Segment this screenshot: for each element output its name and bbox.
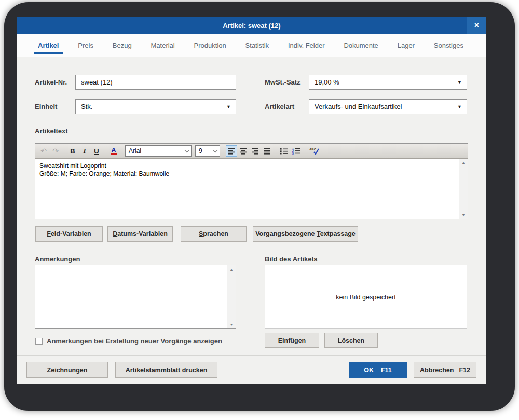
font-color-button[interactable]: A <box>108 145 119 157</box>
artikelart-value: Verkaufs- und Einkaufsartikel <box>315 103 402 110</box>
numbered-list-icon[interactable]: 123 <box>291 145 302 157</box>
scroll-down-icon[interactable]: ▼ <box>462 211 466 219</box>
button-label: s <box>146 367 149 374</box>
button-label: F <box>47 230 51 237</box>
align-center-icon[interactable] <box>238 145 249 157</box>
button-label: A <box>420 367 425 374</box>
mwst-satz-label: MwSt.-Satz <box>265 78 301 86</box>
tab-preis[interactable]: Preis <box>78 34 93 57</box>
button-label: T <box>317 230 320 237</box>
spellcheck-icon[interactable]: ABC <box>308 145 321 157</box>
sprachen-button[interactable]: Sprachen <box>181 226 247 242</box>
toolbar-separator <box>276 146 276 156</box>
anmerkungen-textarea[interactable]: ▲ ▼ <box>35 265 236 329</box>
font-size-select[interactable]: 9 <box>195 145 220 157</box>
scroll-down-icon[interactable]: ▼ <box>230 320 234 328</box>
close-button[interactable]: × <box>467 17 486 34</box>
scroll-up-icon[interactable]: ▲ <box>462 159 466 166</box>
abbrechen-button[interactable]: Abbrechen F12 <box>414 362 476 378</box>
artikel-dialog: Artikel: sweat (12) × Artikel Preis Bezu… <box>17 17 486 384</box>
tab-material[interactable]: Material <box>151 34 175 57</box>
tab-statistik[interactable]: Statistik <box>245 34 269 57</box>
align-left-icon[interactable] <box>226 145 237 157</box>
einheit-select[interactable]: Stk. ▼ <box>75 99 236 114</box>
screen: Artikel: sweat (12) × Artikel Preis Bezu… <box>0 0 519 420</box>
italic-icon[interactable]: I <box>79 145 90 157</box>
button-label: D <box>113 230 117 237</box>
tab-lager[interactable]: Lager <box>398 34 415 57</box>
kein-bild-text: kein Bild gespeichert <box>336 293 395 301</box>
bold-icon[interactable]: B <box>67 145 78 157</box>
mwst-satz-value: 19,00 % <box>315 78 339 86</box>
dialog-titlebar: Artikel: sweat (12) × <box>17 17 486 34</box>
font-color-icon: A <box>111 147 116 155</box>
ok-button[interactable]: OK F11 <box>349 362 407 378</box>
button-label: Einfügen <box>278 337 306 344</box>
anmerkungen-checkbox-row: Anmerkungen bei Erstellung neuer Vorgäng… <box>35 337 222 345</box>
editor-vertical-scrollbar[interactable]: ▲ ▼ <box>459 159 468 219</box>
mwst-satz-select[interactable]: 19,00 % ▼ <box>309 75 467 90</box>
artikeltext-content[interactable]: Sweatshirt mit Logoprint Größe: M; Farbe… <box>35 159 468 219</box>
tab-dokumente[interactable]: Dokumente <box>344 34 378 57</box>
svg-text:3: 3 <box>292 152 294 155</box>
chevron-down-icon <box>213 148 217 152</box>
undo-icon[interactable]: ↶ <box>38 145 49 157</box>
tab-bar: Artikel Preis Bezug Material Produktion … <box>17 34 486 57</box>
toolbar-separator <box>105 146 105 156</box>
tab-sonstiges[interactable]: Sonstiges <box>434 34 463 57</box>
anmerkungen-vertical-scrollbar[interactable]: ▲ ▼ <box>227 265 236 328</box>
footer-divider <box>17 355 486 356</box>
font-family-select[interactable]: Arial <box>125 145 192 157</box>
datums-variablen-button[interactable]: Datums-Variablen <box>107 226 173 242</box>
redo-icon[interactable]: ↷ <box>50 145 61 157</box>
tab-indiv-felder[interactable]: Indiv. Felder <box>288 34 325 57</box>
vorgangsbezogene-textpassage-button[interactable]: Vorgangsbezogene Textpassage <box>253 226 358 242</box>
artikelstammblatt-drucken-button[interactable]: Artikelstammblatt drucken <box>115 362 217 378</box>
artikelart-label: Artikelart <box>265 103 294 110</box>
artikel-nr-input[interactable] <box>76 75 236 89</box>
align-right-icon[interactable] <box>250 145 261 157</box>
close-icon: × <box>474 21 479 30</box>
tab-bezug[interactable]: Bezug <box>113 34 132 57</box>
einheit-label: Einheit <box>35 103 57 110</box>
artikeltext-editor: ↶ ↷ B I U A Arial 9 <box>35 143 468 219</box>
feld-variablen-button[interactable]: Feld-Variablen <box>35 226 103 242</box>
ok-shortcut: F11 <box>381 367 392 374</box>
artikelart-select[interactable]: Verkaufs- und Einkaufsartikel ▼ <box>309 99 467 114</box>
toolbar-separator <box>64 146 64 156</box>
toolbar-separator <box>223 146 223 156</box>
artikeltext-line: Größe: M; Farbe: Orange; Material: Baumw… <box>39 170 454 178</box>
einheit-value: Stk. <box>81 103 92 110</box>
artikel-bild-placeholder: kein Bild gespeichert <box>265 265 467 329</box>
font-size-value: 9 <box>199 147 202 155</box>
underline-icon[interactable]: U <box>91 145 102 157</box>
dropdown-arrow-icon: ▼ <box>457 80 462 85</box>
button-label: O <box>364 367 369 374</box>
toolbar-separator <box>122 146 122 156</box>
bullet-list-icon[interactable] <box>279 145 290 157</box>
artikeltext-label: Artikeltext <box>35 127 68 135</box>
anmerkungen-text <box>35 265 236 269</box>
svg-text:ABC: ABC <box>309 148 317 151</box>
justify-icon[interactable] <box>262 145 273 157</box>
toolbar-separator <box>305 146 305 156</box>
button-label: Löschen <box>338 337 364 344</box>
abbrechen-shortcut: F12 <box>459 367 470 374</box>
scroll-up-icon[interactable]: ▲ <box>230 265 234 273</box>
anmerkungen-label: Anmerkungen <box>35 255 80 263</box>
loeschen-button[interactable]: Löschen <box>324 333 378 348</box>
dialog-title: Artikel: sweat (12) <box>223 22 280 30</box>
tab-produktion[interactable]: Produktion <box>194 34 226 57</box>
font-family-value: Arial <box>129 147 141 155</box>
artikel-nr-field <box>75 75 236 90</box>
richtext-toolbar: ↶ ↷ B I U A Arial 9 <box>35 144 468 159</box>
dropdown-arrow-icon: ▼ <box>226 104 231 109</box>
anmerkungen-checkbox[interactable] <box>35 338 43 345</box>
artikeltext-line: Sweatshirt mit Logoprint <box>39 162 454 170</box>
zeichnungen-button[interactable]: Zeichnungen <box>26 362 108 378</box>
anmerkungen-checkbox-label: Anmerkungen bei Erstellung neuer Vorgäng… <box>47 337 222 345</box>
einfuegen-button[interactable]: Einfügen <box>265 333 319 348</box>
artikel-nr-label: Artikel-Nr. <box>35 78 67 86</box>
tab-artikel[interactable]: Artikel <box>38 34 59 57</box>
chevron-down-icon <box>185 148 189 152</box>
